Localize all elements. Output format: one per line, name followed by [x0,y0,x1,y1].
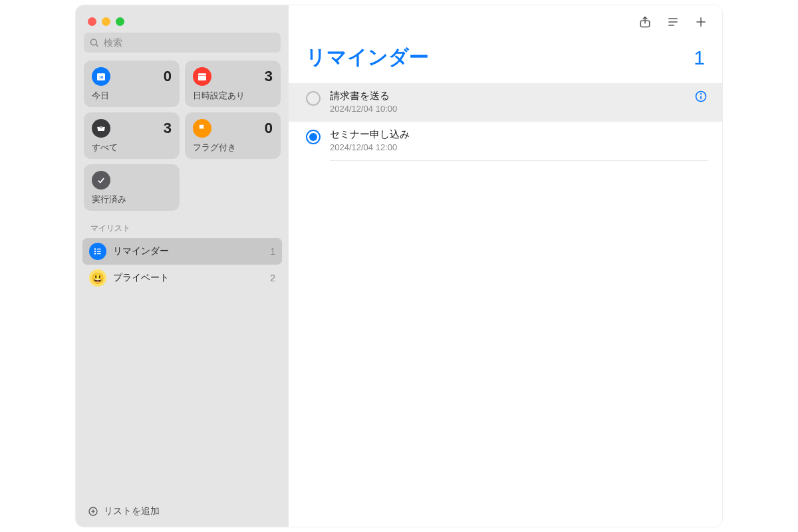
svg-point-10 [94,253,95,254]
sidebar: 18 0 今日 3 日時設定あり [76,5,289,527]
smart-list-all[interactable]: 3 すべて [84,112,180,159]
list-count: 1 [270,246,275,257]
smart-list-today[interactable]: 18 0 今日 [84,61,180,107]
smart-scheduled-label: 日時設定あり [193,90,273,102]
list-title: リマインダー [306,44,429,71]
add-list-button[interactable]: リストを追加 [76,496,289,527]
smart-today-count: 0 [164,68,172,85]
reminder-title: セミナー申し込み [330,128,708,141]
complete-toggle[interactable] [306,91,321,106]
list-item-private[interactable]: 😃 プライベート 2 [82,265,282,291]
smart-scheduled-count: 3 [265,68,273,85]
smart-flagged-count: 0 [265,120,273,137]
reminder-date: 2024/12/04 10:00 [330,104,685,114]
svg-point-8 [94,251,95,251]
list-name: プライベート [113,272,263,284]
list-header: リマインダー 1 [289,39,722,83]
complete-toggle[interactable] [306,130,321,144]
smart-flagged-label: フラグ付き [193,142,273,154]
add-list-label: リストを追加 [104,505,160,517]
main-panel: リマインダー 1 請求書を送る 2024/12/04 10:00 セミナー申し込… [289,5,722,527]
add-reminder-button[interactable] [694,15,708,29]
smart-list-completed[interactable]: 実行済み [84,164,180,211]
maximize-window-button[interactable] [116,17,124,26]
smart-lists: 18 0 今日 3 日時設定あり [76,61,289,216]
calendar-today-icon: 18 [92,67,110,86]
my-lists-header: マイリスト [76,216,289,238]
smart-all-label: すべて [92,142,172,154]
my-lists: リマインダー 1 😃 プライベート 2 [76,238,289,291]
smart-list-scheduled[interactable]: 3 日時設定あり [185,61,281,107]
share-button[interactable] [638,15,652,29]
list-name: リマインダー [113,245,263,257]
smart-completed-label: 実行済み [92,194,172,205]
list-item-reminders[interactable]: リマインダー 1 [82,238,282,265]
svg-point-0 [91,39,97,45]
inbox-icon [92,119,110,138]
divider [330,160,708,161]
plus-circle-icon [88,506,98,517]
app-window: 18 0 今日 3 日時設定あり [76,5,722,527]
list-bullet-icon [89,243,106,260]
smart-today-label: 今日 [92,90,172,102]
reminder-title: 請求書を送る [330,90,685,102]
calendar-icon [193,67,211,86]
reminder-list: 請求書を送る 2024/12/04 10:00 セミナー申し込み 2024/12… [289,83,722,161]
search-box [84,33,281,53]
search-input[interactable] [84,33,281,53]
info-button[interactable] [694,90,708,103]
smart-all-count: 3 [164,120,172,137]
list-total-count: 1 [694,47,705,69]
view-options-button[interactable] [666,15,680,29]
smart-list-flagged[interactable]: 0 フラグ付き [185,112,281,159]
reminder-item[interactable]: セミナー申し込み 2024/12/04 12:00 [289,122,722,160]
reminder-item[interactable]: 請求書を送る 2024/12/04 10:00 [289,83,722,122]
search-icon [89,38,99,48]
emoji-smile-icon: 😃 [89,269,106,287]
checkmark-icon [92,171,110,190]
close-window-button[interactable] [88,17,96,26]
svg-text:18: 18 [99,75,104,79]
flag-icon [193,119,211,138]
svg-point-23 [701,94,702,94]
reminder-date: 2024/12/04 12:00 [330,142,708,152]
toolbar [289,5,722,39]
svg-line-1 [96,45,98,47]
svg-point-6 [94,249,95,249]
svg-rect-4 [198,73,206,80]
list-count: 2 [270,273,275,283]
minimize-window-button[interactable] [102,17,110,26]
window-controls [76,5,289,33]
